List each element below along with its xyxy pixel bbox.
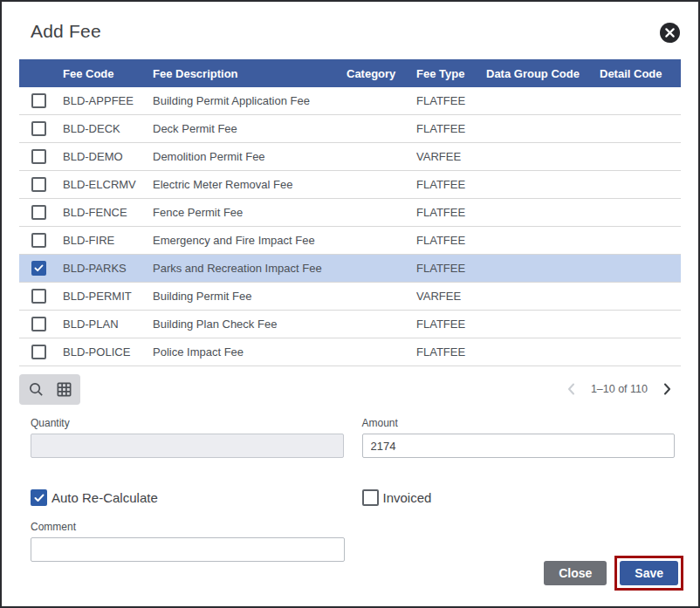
fee-description-cell: Building Permit Application Fee [153,94,347,107]
amount-input[interactable] [362,434,676,458]
row-checkbox-cell [19,177,63,192]
comment-label: Comment [31,521,345,533]
row-checkbox[interactable] [31,205,46,220]
header-detail-code: Detail Code [600,67,681,80]
fee-type-cell: FLATFEE [416,262,486,275]
checkmark-icon [34,494,45,502]
table-body: BLD-APPFEE Building Permit Application F… [19,87,681,366]
fee-type-cell: FLATFEE [416,345,486,359]
form-fields: Quantity Amount [31,417,675,458]
header-fee-description: Fee Description [153,67,347,80]
table-row[interactable]: BLD-PARKS Parks and Recreation Impact Fe… [19,255,681,283]
row-checkbox[interactable] [31,233,46,248]
fee-code-cell: BLD-DEMO [63,150,153,163]
fee-type-cell: VARFEE [416,290,486,303]
fee-description-cell: Parks and Recreation Impact Fee [153,262,347,275]
row-checkbox-cell [19,317,63,331]
fee-code-cell: BLD-ELCRMV [63,178,153,191]
fee-description-cell: Electric Meter Removal Fee [153,178,347,191]
fee-description-cell: Building Plan Check Fee [153,318,347,331]
pagination-label: 1–10 of 110 [591,383,648,395]
pagination-prev-icon[interactable] [565,382,579,396]
save-button-highlight: Save [614,556,683,591]
fee-type-cell: FLATFEE [416,122,486,135]
fee-code-cell: BLD-PLAN [63,318,153,331]
row-checkbox-cell [19,93,63,108]
row-checkbox-cell [19,149,63,164]
amount-field-group: Amount [362,417,676,458]
fee-description-cell: Emergency and Fire Impact Fee [153,234,347,247]
fee-type-cell: FLATFEE [416,206,486,219]
close-button[interactable]: Close [544,561,607,585]
fee-type-cell: FLATFEE [416,318,486,331]
fee-code-cell: BLD-PARKS [63,262,153,275]
table-footer: 1–10 of 110 [19,373,681,405]
close-icon[interactable] [660,23,680,43]
row-checkbox[interactable] [31,177,46,192]
row-checkbox[interactable] [31,93,46,108]
table-row[interactable]: BLD-PERMIT Building Permit Fee VARFEE [19,283,681,311]
row-checkbox[interactable] [31,345,46,359]
table-row[interactable]: BLD-POLICE Police Impact Fee FLATFEE [19,338,681,366]
table-toolbar [19,374,80,405]
table-row[interactable]: BLD-PLAN Building Plan Check Fee FLATFEE [19,311,681,338]
save-button[interactable]: Save [620,561,678,585]
search-icon[interactable] [28,381,45,398]
row-checkbox-cell [19,289,63,304]
fee-description-cell: Police Impact Fee [153,345,347,359]
fee-code-cell: BLD-DECK [63,122,153,135]
fee-description-cell: Deck Permit Fee [153,122,347,135]
checkbox-row: Auto Re-Calculate Invoiced [31,489,675,506]
fee-type-cell: FLATFEE [416,94,486,107]
fee-code-cell: BLD-PERMIT [63,290,153,303]
auto-recalculate-label: Auto Re-Calculate [51,490,158,505]
comment-input[interactable] [31,537,345,562]
fee-code-cell: BLD-APPFEE [63,94,153,107]
auto-recalculate-checkbox[interactable] [31,489,47,506]
row-checkbox-cell [19,345,63,359]
fee-description-cell: Fence Permit Fee [153,206,347,219]
fee-code-cell: BLD-FIRE [63,234,153,247]
checkmark-icon [34,264,44,272]
invoiced-field[interactable]: Invoiced [362,489,676,506]
row-checkbox[interactable] [31,317,46,331]
quantity-input[interactable] [31,434,344,458]
fee-description-cell: Building Permit Fee [153,290,347,303]
row-checkbox[interactable] [31,149,46,164]
header-fee-type: Fee Type [416,67,486,80]
row-checkbox[interactable] [31,121,46,136]
fee-type-cell: VARFEE [416,150,486,163]
table-row[interactable]: BLD-ELCRMV Electric Meter Removal Fee FL… [19,171,681,199]
fee-table-header: Fee Code Fee Description Category Fee Ty… [19,59,681,87]
invoiced-checkbox[interactable] [362,489,379,506]
dialog-header: Add Fee [2,2,698,42]
row-checkbox-cell [19,205,63,220]
fee-type-cell: FLATFEE [416,178,486,191]
fee-description-cell: Demolition Permit Fee [153,150,347,163]
grid-view-icon[interactable] [56,381,72,398]
invoiced-label: Invoiced [383,490,432,505]
fee-type-cell: FLATFEE [416,234,486,247]
table-row[interactable]: BLD-DEMO Demolition Permit Fee VARFEE [19,143,681,171]
fee-code-cell: BLD-POLICE [63,345,153,359]
quantity-label: Quantity [31,417,344,429]
row-checkbox-cell [19,233,63,248]
row-checkbox-cell [19,121,63,136]
auto-recalculate-field[interactable]: Auto Re-Calculate [31,489,344,506]
quantity-field-group: Quantity [31,417,344,458]
pagination-next-icon[interactable] [660,382,674,396]
row-checkbox[interactable] [31,261,46,276]
table-row[interactable]: BLD-FENCE Fence Permit Fee FLATFEE [19,199,681,227]
header-data-group-code: Data Group Code [486,67,600,80]
header-category: Category [347,67,416,80]
fee-table: Fee Code Fee Description Category Fee Ty… [19,59,681,366]
row-checkbox-cell [19,261,63,276]
table-row[interactable]: BLD-APPFEE Building Permit Application F… [19,87,681,115]
table-row[interactable]: BLD-DECK Deck Permit Fee FLATFEE [19,115,681,143]
row-checkbox[interactable] [31,289,46,304]
amount-label: Amount [362,417,676,429]
pagination: 1–10 of 110 [565,382,674,396]
header-fee-code: Fee Code [63,67,153,80]
dialog-footer: Close Save [544,556,683,591]
table-row[interactable]: BLD-FIRE Emergency and Fire Impact Fee F… [19,227,681,255]
